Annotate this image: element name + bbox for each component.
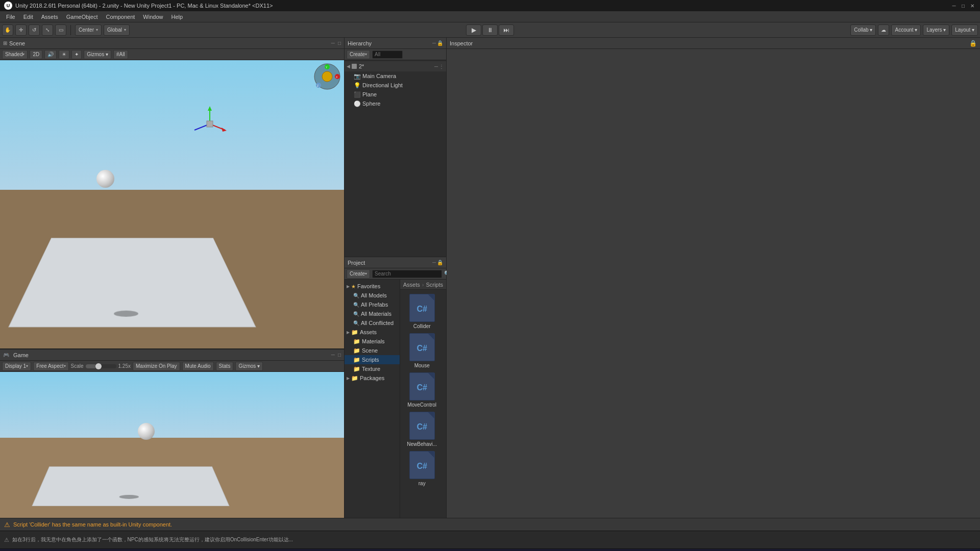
minimize-button[interactable]: ─ xyxy=(950,2,958,9)
collab-label: Collab ▾ xyxy=(854,27,872,33)
scene-viewport[interactable]: Y X Z xyxy=(0,60,344,348)
shaded-dropdown[interactable]: Shaded ▾ xyxy=(2,50,28,59)
tool-scale[interactable]: ⤡ xyxy=(42,24,53,36)
game-gizmos[interactable]: Gizmos ▾ xyxy=(235,362,263,371)
scene-light-btn[interactable]: ☀ xyxy=(59,50,69,59)
tree-materials[interactable]: 📁 Materials xyxy=(345,337,400,346)
maximize-on-play[interactable]: Maximize On Play xyxy=(133,362,180,371)
script-collider[interactable]: C# Collider xyxy=(404,294,440,329)
project-search[interactable] xyxy=(372,270,442,278)
scene-tab-label[interactable]: Scene xyxy=(9,40,25,46)
twod-button[interactable]: 2D xyxy=(30,50,42,59)
hierarchy-lock[interactable]: 🔒 xyxy=(437,40,443,46)
hierarchy-tab-label[interactable]: Hierarchy xyxy=(348,40,372,46)
tree-all-prefabs[interactable]: 🔍 All Prefabs xyxy=(345,300,400,309)
layout-button[interactable]: Layout ▾ xyxy=(951,24,978,36)
tree-all-models[interactable]: 🔍 All Models xyxy=(345,291,400,300)
account-button[interactable]: Account ▾ xyxy=(891,24,921,36)
menu-gameobject[interactable]: GameObject xyxy=(62,13,102,21)
scene-collapse-arrow[interactable]: ◀ xyxy=(347,64,350,69)
inspector-lock[interactable]: 🔒 xyxy=(969,40,977,47)
scene-row-minimize[interactable]: ─ xyxy=(434,64,438,69)
center-dropdown[interactable]: Center ▾ xyxy=(75,24,102,36)
tool-rect[interactable]: ▭ xyxy=(55,24,66,36)
breadcrumb-scripts[interactable]: Scripts xyxy=(426,282,443,288)
scene-hash-icon: ⊞ xyxy=(3,40,7,46)
game-tab-label[interactable]: Game xyxy=(13,352,29,358)
taskbar: 🎮 Unity ⬛ 游戏设计模式介绍 11-07 A 🌐 🔋 🔊 ⌨ 19:59… xyxy=(0,548,980,551)
breadcrumb-assets[interactable]: Assets xyxy=(403,282,420,288)
scale-slider[interactable] xyxy=(86,364,116,368)
script-mouse[interactable]: C# Mouse xyxy=(404,333,440,368)
menu-component[interactable]: Component xyxy=(102,13,139,21)
tool-move[interactable]: ✛ xyxy=(15,24,27,36)
tree-favorites[interactable]: ▶ ★ Favorites xyxy=(345,282,400,291)
menu-assets[interactable]: Assets xyxy=(37,13,62,21)
project-lock[interactable]: 🔒 xyxy=(437,260,443,265)
project-create[interactable]: Create ▾ xyxy=(347,269,370,279)
inspector-tab-label[interactable]: Inspector xyxy=(450,40,473,46)
project-minimize[interactable]: ─ xyxy=(432,260,436,265)
hierarchy-sphere[interactable]: ⚪ Sphere xyxy=(345,99,446,108)
tree-all-conflicted[interactable]: 🔍 All Conflicted xyxy=(345,318,400,328)
tree-all-materials[interactable]: 🔍 All Materials xyxy=(345,309,400,318)
tree-scripts[interactable]: 📁 Scripts xyxy=(345,355,400,364)
stats-button[interactable]: Stats xyxy=(216,362,234,371)
scene-header: ⊞ Scene ─ □ xyxy=(0,38,344,49)
hierarchy-minimize[interactable]: ─ xyxy=(432,40,436,46)
menu-bar: File Edit Assets GameObject Component Wi… xyxy=(0,11,980,22)
tree-assets[interactable]: ▶ 📁 Assets xyxy=(345,328,400,337)
tool-rotate[interactable]: ↺ xyxy=(29,24,40,36)
audio-button[interactable]: 🔊 xyxy=(44,50,57,59)
script-newbehaviour[interactable]: C# NewBehavi... xyxy=(404,412,440,447)
mute-audio[interactable]: Mute Audio xyxy=(182,362,214,371)
scene-fx-btn[interactable]: ✦ xyxy=(71,50,82,59)
script-ray[interactable]: C# ray xyxy=(404,451,440,486)
tool-hand[interactable]: ✋ xyxy=(2,24,13,36)
tree-scene[interactable]: 📁 Scene xyxy=(345,346,400,355)
scene-maximize[interactable]: □ xyxy=(338,40,341,46)
global-dropdown[interactable]: Global ▾ xyxy=(104,24,130,36)
project-files: C# Collider C# Mouse xyxy=(400,290,446,518)
scene-minimize[interactable]: ─ xyxy=(331,40,335,46)
game-maximize[interactable]: □ xyxy=(338,352,341,358)
menu-window[interactable]: Window xyxy=(139,13,167,21)
all-dropdown[interactable]: #All xyxy=(113,50,128,59)
all-label: #All xyxy=(116,52,125,57)
gizmos-dropdown[interactable]: Gizmos ▾ xyxy=(84,50,111,59)
scene-toolbar: Shaded ▾ 2D 🔊 ☀ ✦ Gizmos ▾ #All xyxy=(0,49,344,60)
script-movecontrol[interactable]: C# MoveControl xyxy=(404,372,440,408)
play-button[interactable]: ▶ xyxy=(466,24,481,36)
hierarchy-create[interactable]: Create ▾ xyxy=(347,50,370,59)
pause-button[interactable]: ⏸ xyxy=(482,24,498,36)
collab-button[interactable]: Collab ▾ xyxy=(850,24,876,36)
scene-row-more[interactable]: ⋮ xyxy=(439,64,444,69)
hierarchy-main-camera[interactable]: 📷 Main Camera xyxy=(345,71,446,81)
shaded-label: Shaded xyxy=(5,52,22,57)
layers-button[interactable]: Layers ▾ xyxy=(923,24,949,36)
close-button[interactable]: ✕ xyxy=(969,2,976,9)
menu-edit[interactable]: Edit xyxy=(19,13,37,21)
menu-file[interactable]: File xyxy=(2,13,19,21)
display-dropdown[interactable]: Display 1 ▾ xyxy=(2,362,31,371)
hierarchy-search[interactable] xyxy=(372,51,403,59)
scripts-label: Scripts xyxy=(362,357,379,363)
hierarchy-plane[interactable]: ⬛ Plane xyxy=(345,90,446,99)
scene-plane-shadow xyxy=(113,311,138,317)
step-button[interactable]: ⏭ xyxy=(499,24,514,36)
game-viewport[interactable] xyxy=(0,372,344,518)
project-tab-label[interactable]: Project xyxy=(348,260,365,266)
game-minimize[interactable]: ─ xyxy=(331,352,335,358)
scene-sky xyxy=(0,60,344,190)
menu-help[interactable]: Help xyxy=(167,13,187,21)
cloud-button[interactable]: ☁ xyxy=(878,24,889,36)
aspect-dropdown[interactable]: Free Aspect ▾ xyxy=(33,362,68,371)
tree-texture[interactable]: 📁 Texture xyxy=(345,364,400,373)
tree-packages[interactable]: ▶ 📁 Packages xyxy=(345,373,400,383)
maximize-button[interactable]: □ xyxy=(960,2,967,9)
game-panel: 🎮 Game ─ □ Display 1 ▾ Free Aspect ▾ Sca… xyxy=(0,349,344,518)
scene-name-icon xyxy=(352,64,357,69)
gizmo-svg xyxy=(189,104,230,144)
warning-icon: ⚠ xyxy=(4,521,10,529)
hierarchy-dir-light[interactable]: 💡 Directional Light xyxy=(345,81,446,90)
